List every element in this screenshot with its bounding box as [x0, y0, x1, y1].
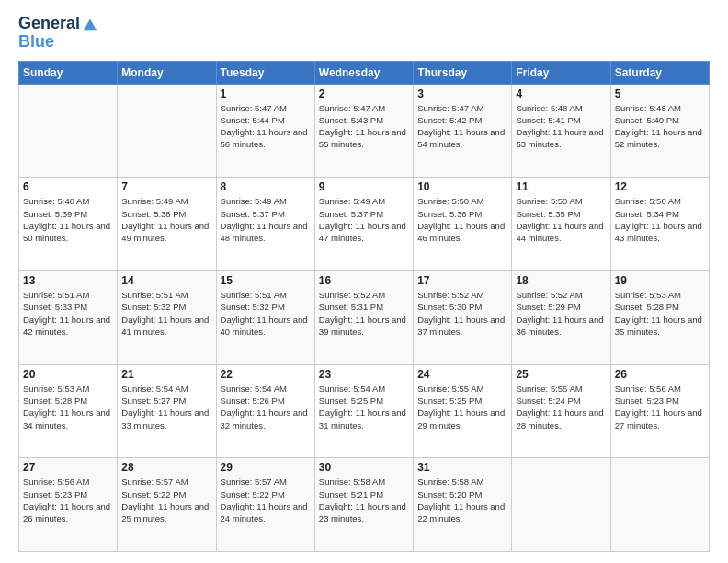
- day-cell: 31Sunrise: 5:58 AM Sunset: 5:20 PM Dayli…: [414, 458, 512, 552]
- day-number: 21: [121, 368, 211, 381]
- day-info: Sunrise: 5:55 AM Sunset: 5:24 PM Dayligh…: [516, 383, 606, 431]
- day-cell: 14Sunrise: 5:51 AM Sunset: 5:32 PM Dayli…: [118, 270, 216, 364]
- day-cell: 22Sunrise: 5:54 AM Sunset: 5:26 PM Dayli…: [216, 364, 314, 458]
- day-info: Sunrise: 5:56 AM Sunset: 5:23 PM Dayligh…: [23, 476, 113, 524]
- day-info: Sunrise: 5:57 AM Sunset: 5:22 PM Dayligh…: [221, 476, 311, 524]
- day-number: 23: [319, 368, 409, 381]
- day-info: Sunrise: 5:51 AM Sunset: 5:32 PM Dayligh…: [121, 289, 211, 338]
- day-cell: 25Sunrise: 5:55 AM Sunset: 5:24 PM Dayli…: [512, 364, 610, 458]
- header-day: Sunday: [19, 61, 118, 84]
- day-cell: 29Sunrise: 5:57 AM Sunset: 5:22 PM Dayli…: [216, 458, 314, 552]
- day-info: Sunrise: 5:53 AM Sunset: 5:28 PM Dayligh…: [23, 383, 113, 431]
- day-number: 24: [417, 368, 507, 381]
- week-row: 1Sunrise: 5:47 AM Sunset: 5:44 PM Daylig…: [19, 84, 710, 178]
- day-info: Sunrise: 5:54 AM Sunset: 5:25 PM Dayligh…: [319, 383, 409, 431]
- week-row: 20Sunrise: 5:53 AM Sunset: 5:28 PM Dayli…: [19, 364, 710, 458]
- day-number: 27: [23, 461, 113, 474]
- day-cell: 11Sunrise: 5:50 AM Sunset: 5:35 PM Dayli…: [512, 178, 610, 271]
- day-number: 16: [319, 274, 409, 287]
- day-info: Sunrise: 5:50 AM Sunset: 5:35 PM Dayligh…: [516, 195, 606, 244]
- day-info: Sunrise: 5:52 AM Sunset: 5:31 PM Dayligh…: [319, 289, 409, 338]
- day-info: Sunrise: 5:49 AM Sunset: 5:37 PM Dayligh…: [319, 195, 409, 244]
- day-number: 26: [615, 368, 705, 381]
- day-number: 22: [221, 368, 311, 381]
- day-number: 14: [121, 274, 211, 287]
- header-day: Friday: [512, 61, 610, 84]
- day-number: 17: [417, 274, 507, 287]
- day-number: 15: [221, 274, 311, 287]
- day-number: 9: [319, 180, 409, 193]
- day-cell: 19Sunrise: 5:53 AM Sunset: 5:28 PM Dayli…: [610, 270, 709, 364]
- day-number: 29: [221, 461, 311, 474]
- day-cell: 10Sunrise: 5:50 AM Sunset: 5:36 PM Dayli…: [414, 178, 512, 271]
- day-number: 31: [417, 461, 507, 474]
- day-cell: [610, 458, 709, 552]
- day-cell: 27Sunrise: 5:56 AM Sunset: 5:23 PM Dayli…: [19, 458, 118, 552]
- day-info: Sunrise: 5:57 AM Sunset: 5:22 PM Dayligh…: [121, 476, 211, 524]
- day-info: Sunrise: 5:51 AM Sunset: 5:32 PM Dayligh…: [221, 289, 311, 338]
- day-number: 12: [615, 180, 705, 193]
- day-cell: 13Sunrise: 5:51 AM Sunset: 5:33 PM Dayli…: [19, 270, 118, 364]
- logo: General Blue: [18, 15, 98, 52]
- day-cell: 9Sunrise: 5:49 AM Sunset: 5:37 PM Daylig…: [314, 178, 413, 271]
- header: General Blue: [18, 15, 710, 52]
- day-info: Sunrise: 5:52 AM Sunset: 5:29 PM Dayligh…: [516, 289, 606, 338]
- day-info: Sunrise: 5:47 AM Sunset: 5:44 PM Dayligh…: [221, 102, 311, 151]
- day-number: 5: [615, 87, 705, 100]
- day-number: 30: [319, 461, 409, 474]
- day-number: 3: [417, 87, 507, 100]
- day-info: Sunrise: 5:53 AM Sunset: 5:28 PM Dayligh…: [615, 289, 705, 338]
- day-info: Sunrise: 5:47 AM Sunset: 5:42 PM Dayligh…: [417, 102, 507, 151]
- day-cell: 1Sunrise: 5:47 AM Sunset: 5:44 PM Daylig…: [216, 84, 314, 178]
- logo-icon: [82, 16, 98, 32]
- day-cell: 5Sunrise: 5:48 AM Sunset: 5:40 PM Daylig…: [610, 84, 709, 178]
- svg-marker-0: [84, 18, 97, 30]
- day-info: Sunrise: 5:52 AM Sunset: 5:30 PM Dayligh…: [417, 289, 507, 338]
- header-row: SundayMondayTuesdayWednesdayThursdayFrid…: [19, 61, 710, 84]
- day-number: 4: [516, 87, 606, 100]
- calendar: SundayMondayTuesdayWednesdayThursdayFrid…: [18, 61, 710, 552]
- day-cell: 16Sunrise: 5:52 AM Sunset: 5:31 PM Dayli…: [314, 270, 413, 364]
- day-number: 2: [319, 87, 409, 100]
- day-info: Sunrise: 5:48 AM Sunset: 5:41 PM Dayligh…: [516, 102, 606, 151]
- day-info: Sunrise: 5:54 AM Sunset: 5:27 PM Dayligh…: [121, 383, 211, 431]
- week-row: 6Sunrise: 5:48 AM Sunset: 5:39 PM Daylig…: [19, 178, 710, 271]
- day-number: 25: [516, 368, 606, 381]
- day-cell: 3Sunrise: 5:47 AM Sunset: 5:42 PM Daylig…: [414, 84, 512, 178]
- day-cell: 6Sunrise: 5:48 AM Sunset: 5:39 PM Daylig…: [19, 178, 118, 271]
- day-cell: 15Sunrise: 5:51 AM Sunset: 5:32 PM Dayli…: [216, 270, 314, 364]
- day-info: Sunrise: 5:56 AM Sunset: 5:23 PM Dayligh…: [615, 383, 705, 431]
- day-cell: 7Sunrise: 5:49 AM Sunset: 5:38 PM Daylig…: [118, 178, 216, 271]
- day-info: Sunrise: 5:51 AM Sunset: 5:33 PM Dayligh…: [23, 289, 113, 338]
- day-info: Sunrise: 5:49 AM Sunset: 5:37 PM Dayligh…: [221, 195, 311, 244]
- day-info: Sunrise: 5:50 AM Sunset: 5:34 PM Dayligh…: [615, 195, 705, 244]
- day-cell: 24Sunrise: 5:55 AM Sunset: 5:25 PM Dayli…: [414, 364, 512, 458]
- day-number: 18: [516, 274, 606, 287]
- day-number: 20: [23, 368, 113, 381]
- logo-text-blue: Blue: [18, 33, 98, 52]
- day-number: 7: [121, 180, 211, 193]
- day-cell: 17Sunrise: 5:52 AM Sunset: 5:30 PM Dayli…: [414, 270, 512, 364]
- day-number: 8: [221, 180, 311, 193]
- day-cell: 28Sunrise: 5:57 AM Sunset: 5:22 PM Dayli…: [118, 458, 216, 552]
- day-cell: 18Sunrise: 5:52 AM Sunset: 5:29 PM Dayli…: [512, 270, 610, 364]
- day-info: Sunrise: 5:55 AM Sunset: 5:25 PM Dayligh…: [417, 383, 507, 431]
- week-row: 13Sunrise: 5:51 AM Sunset: 5:33 PM Dayli…: [19, 270, 710, 364]
- day-cell: [512, 458, 610, 552]
- day-cell: [19, 84, 118, 178]
- day-info: Sunrise: 5:49 AM Sunset: 5:38 PM Dayligh…: [121, 195, 211, 244]
- logo-text-general: General: [18, 15, 80, 33]
- day-cell: 23Sunrise: 5:54 AM Sunset: 5:25 PM Dayli…: [314, 364, 413, 458]
- day-number: 10: [417, 180, 507, 193]
- day-info: Sunrise: 5:48 AM Sunset: 5:40 PM Dayligh…: [615, 102, 705, 151]
- header-day: Thursday: [414, 61, 512, 84]
- day-cell: 21Sunrise: 5:54 AM Sunset: 5:27 PM Dayli…: [118, 364, 216, 458]
- header-day: Wednesday: [314, 61, 413, 84]
- day-number: 28: [121, 461, 211, 474]
- day-cell: 30Sunrise: 5:58 AM Sunset: 5:21 PM Dayli…: [314, 458, 413, 552]
- header-day: Saturday: [610, 61, 709, 84]
- day-cell: 12Sunrise: 5:50 AM Sunset: 5:34 PM Dayli…: [610, 178, 709, 271]
- day-info: Sunrise: 5:48 AM Sunset: 5:39 PM Dayligh…: [23, 195, 113, 244]
- day-info: Sunrise: 5:50 AM Sunset: 5:36 PM Dayligh…: [417, 195, 507, 244]
- day-info: Sunrise: 5:54 AM Sunset: 5:26 PM Dayligh…: [221, 383, 311, 431]
